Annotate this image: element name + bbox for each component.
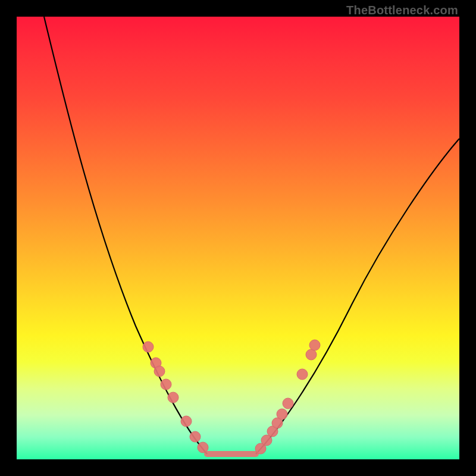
svg-point-5 xyxy=(181,416,192,427)
svg-point-2 xyxy=(154,366,165,377)
left-markers xyxy=(143,342,208,453)
svg-point-15 xyxy=(306,349,317,360)
svg-point-12 xyxy=(277,409,287,419)
svg-point-14 xyxy=(297,369,308,380)
bottleneck-curve xyxy=(17,17,459,459)
plot-area xyxy=(17,17,459,459)
svg-point-16 xyxy=(309,340,320,350)
left-curve-path xyxy=(44,17,207,454)
right-markers xyxy=(255,340,320,454)
svg-point-3 xyxy=(161,379,171,390)
svg-point-4 xyxy=(168,392,178,403)
chart-frame: TheBottleneck.com xyxy=(0,0,476,476)
svg-point-13 xyxy=(283,398,293,409)
svg-point-0 xyxy=(143,342,154,352)
svg-point-6 xyxy=(190,431,201,442)
attribution-text: TheBottleneck.com xyxy=(346,4,458,17)
svg-point-7 xyxy=(198,442,208,453)
